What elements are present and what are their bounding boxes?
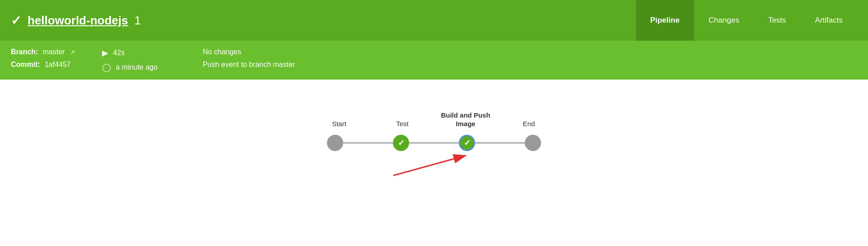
track-line-3 (475, 142, 525, 144)
tab-changes[interactable]: Changes (694, 0, 754, 41)
pipeline-number: 1 (134, 14, 140, 28)
duration-value: 42s (113, 49, 125, 57)
branch-commit-section: Branch: master ↗ Commit: 1af4457 (11, 48, 75, 69)
pipeline-track: ✓ ✓ (327, 135, 541, 151)
track-line-2 (409, 142, 459, 144)
build-push-label: Build and PushImage (441, 111, 490, 128)
end-label-wrapper: End (497, 119, 560, 128)
build-push-check-icon: ✓ (464, 139, 471, 147)
header-bar: ✓ helloworld-nodejs 1 Pipeline Changes T… (0, 0, 868, 41)
branch-value: master (42, 48, 65, 56)
test-label: Test (396, 119, 409, 128)
test-check-icon: ✓ (398, 139, 405, 147)
changes-line2-row: Push event to branch master (203, 61, 295, 69)
time-value: a minute ago (116, 63, 158, 71)
commit-row: Commit: 1af4457 (11, 61, 75, 69)
test-label-wrapper: Test (371, 119, 434, 128)
meta-bar: Branch: master ↗ Commit: 1af4457 ▶ 42s ◯… (0, 41, 868, 80)
tab-artifacts[interactable]: Artifacts (801, 0, 857, 41)
commit-label: Commit: (11, 61, 40, 69)
header-left: ✓ helloworld-nodejs 1 (11, 13, 141, 28)
tab-pipeline[interactable]: Pipeline (636, 0, 694, 41)
success-check-icon: ✓ (11, 13, 21, 28)
changes-line1: No changes (203, 48, 241, 56)
changes-line2: Push event to branch master (203, 61, 295, 69)
commit-value: 1af4457 (45, 61, 71, 69)
header-nav: Pipeline Changes Tests Artifacts (636, 0, 857, 41)
start-label: Start (332, 119, 346, 128)
clock-icon: ◯ (102, 62, 111, 72)
svg-line-1 (393, 156, 466, 175)
duration-time-section: ▶ 42s ◯ a minute ago (102, 48, 158, 72)
build-push-node[interactable]: ✓ (459, 135, 475, 151)
duration-row: ▶ 42s (102, 48, 158, 58)
build-push-label-wrapper: Build and PushImage (434, 111, 497, 128)
changes-line1-row: No changes (203, 48, 295, 56)
pipeline-title-link[interactable]: helloworld-nodejs (28, 14, 128, 28)
time-row: ◯ a minute ago (102, 62, 158, 72)
track-line-1 (343, 142, 393, 144)
start-label-wrapper: Start (308, 119, 371, 128)
pipeline-area: Start Test Build and PushImage End ✓ (0, 80, 868, 202)
changes-section: No changes Push event to branch master (203, 48, 295, 69)
end-node[interactable] (525, 135, 541, 151)
start-node[interactable] (327, 135, 343, 151)
test-node[interactable]: ✓ (393, 135, 409, 151)
branch-external-link-icon[interactable]: ↗ (70, 49, 75, 56)
arrow-container (308, 153, 560, 180)
stage-labels-row: Start Test Build and PushImage End (308, 111, 560, 128)
end-label: End (523, 119, 535, 128)
tab-tests[interactable]: Tests (754, 0, 801, 41)
branch-row: Branch: master ↗ (11, 48, 75, 56)
pipeline-diagram: Start Test Build and PushImage End ✓ (308, 111, 560, 180)
red-arrow (393, 153, 475, 178)
branch-label: Branch: (11, 48, 38, 56)
duration-icon: ▶ (102, 48, 108, 58)
